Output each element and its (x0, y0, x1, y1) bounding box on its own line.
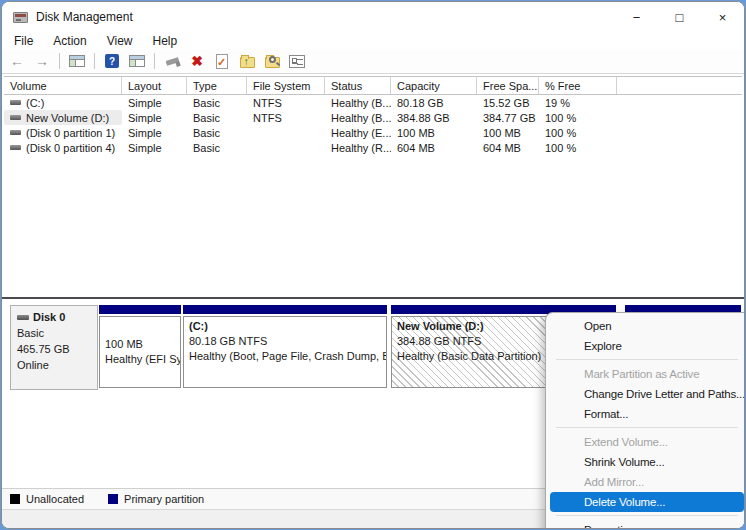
disk-management-window: Disk Management − □ × File Action View H… (1, 1, 745, 529)
legend-label-unallocated: Unallocated (26, 493, 84, 505)
window-title: Disk Management (36, 10, 133, 24)
partition-c[interactable]: (C:) 80.18 GB NTFS Healthy (Boot, Page F… (183, 305, 387, 390)
menu-file[interactable]: File (4, 32, 43, 49)
table-row-partition-4[interactable]: (Disk 0 partition 4) Simple Basic Health… (4, 140, 742, 155)
unallocated-swatch (10, 494, 20, 504)
menu-item-mark-partition-active: Mark Partition as Active (546, 364, 745, 384)
toolbar-separator (59, 53, 60, 69)
menu-separator (556, 359, 738, 360)
table-row-partition-1[interactable]: (Disk 0 partition 1) Simple Basic Health… (4, 125, 742, 140)
primary-partition-swatch (108, 494, 118, 504)
menu-bar: File Action View Help (2, 32, 744, 49)
menu-item-delete-volume[interactable]: Delete Volume... (550, 492, 744, 512)
menu-help[interactable]: Help (143, 32, 188, 49)
table-row-new-volume-d[interactable]: New Volume (D:) Simple Basic NTFS Health… (4, 110, 742, 125)
maximize-button[interactable]: □ (658, 2, 701, 32)
console-tree-icon[interactable] (67, 52, 87, 70)
console-window-icon[interactable] (127, 52, 147, 70)
toolbar: ← → ? ✖ ↑ (2, 49, 744, 74)
delete-icon[interactable]: ✖ (187, 52, 207, 70)
drive-icon (10, 100, 21, 105)
disk-name: Disk 0 (33, 309, 65, 325)
menu-item-shrink-volume[interactable]: Shrink Volume... (546, 452, 745, 472)
drive-icon (10, 130, 21, 135)
folder-search-icon[interactable] (262, 52, 282, 70)
column-header-filler (617, 77, 742, 94)
title-bar: Disk Management − □ × (2, 2, 744, 32)
column-header-volume[interactable]: Volume (4, 77, 122, 94)
column-header-type[interactable]: Type (187, 77, 247, 94)
help-icon[interactable]: ? (102, 52, 122, 70)
disk-size: 465.75 GB (17, 341, 91, 357)
column-header-status[interactable]: Status (325, 77, 391, 94)
disk-status: Online (17, 357, 91, 373)
properties-list-icon[interactable] (287, 52, 307, 70)
forward-icon[interactable]: → (32, 52, 52, 70)
menu-item-explore[interactable]: Explore (546, 336, 745, 356)
folder-up-icon[interactable]: ↑ (237, 52, 257, 70)
menu-item-extend-volume: Extend Volume... (546, 432, 745, 452)
context-menu: Open Explore Mark Partition as Active Ch… (545, 312, 745, 529)
check-document-icon[interactable] (212, 52, 232, 70)
menu-item-change-drive-letter[interactable]: Change Drive Letter and Paths... (546, 384, 745, 404)
menu-item-properties[interactable]: Properties (546, 520, 745, 529)
menu-item-add-mirror: Add Mirror... (546, 472, 745, 492)
partition-color-bar (183, 305, 387, 314)
disk-icon (17, 315, 29, 320)
toolbar-separator (94, 53, 95, 69)
menu-view[interactable]: View (97, 32, 143, 49)
menu-separator (556, 427, 738, 428)
column-header-filesystem[interactable]: File System (247, 77, 325, 94)
attach-icon[interactable] (162, 52, 182, 70)
partition-efi[interactable]: 100 MB Healthy (EFI Sy (99, 305, 181, 390)
app-icon (13, 12, 28, 23)
menu-item-format[interactable]: Format... (546, 404, 745, 424)
column-header-freespace[interactable]: Free Spa... (477, 77, 539, 94)
close-button[interactable]: × (701, 2, 744, 32)
column-header-layout[interactable]: Layout (122, 77, 187, 94)
menu-separator (556, 515, 738, 516)
disk-type: Basic (17, 325, 91, 341)
menu-item-open[interactable]: Open (546, 316, 745, 336)
menu-action[interactable]: Action (43, 32, 96, 49)
column-header-pctfree[interactable]: % Free (539, 77, 617, 94)
toolbar-separator (154, 53, 155, 69)
column-header-capacity[interactable]: Capacity (391, 77, 477, 94)
disk0-header[interactable]: Disk 0 Basic 465.75 GB Online (10, 305, 98, 390)
volume-list: Volume Layout Type File System Status Ca… (4, 76, 742, 297)
volume-list-header: Volume Layout Type File System Status Ca… (4, 76, 742, 95)
drive-icon (10, 145, 21, 150)
drive-icon (10, 115, 21, 120)
partition-color-bar (99, 305, 181, 314)
minimize-button[interactable]: − (615, 2, 658, 32)
back-icon[interactable]: ← (7, 52, 27, 70)
table-row-c[interactable]: (C:) Simple Basic NTFS Healthy (B... 80.… (4, 95, 742, 110)
legend-label-primary-partition: Primary partition (124, 493, 204, 505)
